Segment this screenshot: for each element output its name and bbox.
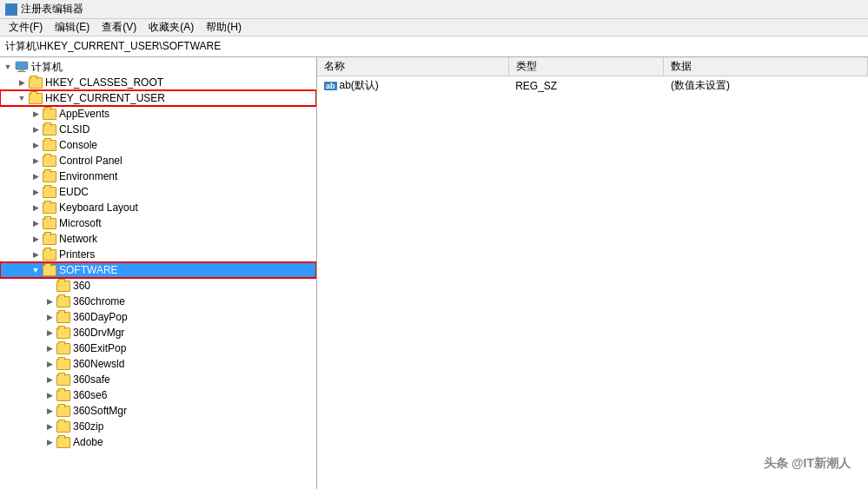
folder-360daypop-icon [56,312,70,323]
menu-help[interactable]: 帮助(H) [201,19,247,36]
folder-360drvmgr-icon [56,327,70,339]
expand-360zip-icon: ▶ [43,420,56,433]
table-header-row: 名称 类型 数据 [317,57,868,76]
tree-item-360softmgr[interactable]: ▶ 360SoftMgr [0,403,316,419]
folder-360se6-icon [56,390,70,401]
expand-360newsld-icon: ▶ [43,358,56,370]
folder-microsoft-icon [43,218,56,229]
tree-item-360[interactable]: 360 [0,278,316,294]
tree-root-computer[interactable]: ▼ 计算机 [0,59,316,75]
tree-label-printers: Printers [59,248,95,261]
cell-name: ab ab(默认) [317,76,508,96]
expand-360exitpop-icon: ▶ [43,342,56,354]
folder-current-user-icon [29,93,43,104]
cell-data: (数值未设置) [664,76,868,96]
tree-label-microsoft: Microsoft [59,217,102,229]
tree-item-hkey-classes-root[interactable]: ▶ HKEY_CLASSES_ROOT [0,75,316,90]
expand-software-icon: ▼ [30,264,42,276]
table-row[interactable]: ab ab(默认) REG_SZ (数值未设置) [317,76,868,96]
tree-label-clsid: CLSID [59,123,89,135]
tree-label-360safe: 360safe [73,373,110,386]
tree-item-clsid[interactable]: ▶ CLSID [0,122,316,137]
folder-360newsld-icon [56,359,70,370]
tree-item-software[interactable]: ▼ SOFTWARE [0,262,316,278]
col-header-data: 数据 [664,57,868,76]
svg-rect-0 [16,62,28,69]
tree-label-appevents: AppEvents [59,108,109,120]
tree-label-console: Console [59,139,97,151]
tree-item-360daypop[interactable]: ▶ 360DayPop [0,309,316,325]
tree-item-360chrome[interactable]: ▶ 360chrome [0,294,316,309]
folder-eudc-icon [43,187,56,198]
expand-environment-icon: ▶ [30,170,42,182]
menu-file[interactable]: 文件(F) [3,19,48,36]
folder-network-icon [43,234,56,245]
tree-item-hkey-current-user[interactable]: ▼ HKEY_CURRENT_USER [0,90,316,106]
folder-360exitpop-icon [56,343,70,354]
tree-label-network: Network [59,233,97,245]
tree-item-environment[interactable]: ▶ Environment [0,169,316,184]
computer-icon [15,61,29,73]
folder-360chrome-icon [56,296,70,307]
folder-adobe-icon [56,437,70,448]
svg-rect-2 [17,71,26,72]
expand-microsoft-icon: ▶ [30,217,42,229]
tree-label-360exitpop: 360ExitPop [73,342,126,354]
expand-controlpanel-icon: ▶ [30,155,42,167]
tree-item-360se6[interactable]: ▶ 360se6 [0,387,316,403]
tree-label-360chrome: 360chrome [73,295,125,307]
tree-item-microsoft[interactable]: ▶ Microsoft [0,215,316,231]
menu-favorites[interactable]: 收藏夹(A) [143,19,199,36]
expand-appevents-icon: ▶ [30,108,42,120]
tree-item-adobe[interactable]: ▶ Adobe [0,434,316,450]
folder-360-icon [56,281,70,292]
tree-item-appevents[interactable]: ▶ AppEvents [0,106,316,122]
folder-appevents-icon [43,109,56,120]
tree-item-360exitpop[interactable]: ▶ 360ExitPop [0,340,316,356]
tree-item-keyboard-layout[interactable]: ▶ Keyboard Layout [0,200,316,215]
tree-label-environment: Environment [59,170,117,182]
expand-classes-icon: ▶ [16,76,28,89]
folder-360safe-icon [56,374,70,386]
expand-printers-icon: ▶ [30,248,42,261]
tree-label-classes: HKEY_CLASSES_ROOT [45,76,163,89]
tree-label-adobe: Adobe [73,436,103,448]
expand-360drvmgr-icon: ▶ [43,327,56,339]
folder-classes-icon [29,77,43,89]
tree-panel[interactable]: ▼ 计算机 ▶ HKEY_CLASSES_ROOT ▼ HKEY_CURRENT… [0,57,317,489]
tree-label-360zip: 360zip [73,420,103,433]
expand-adobe-icon: ▶ [43,436,56,448]
window-title: 注册表编辑器 [21,2,83,17]
svg-rect-1 [19,69,24,71]
right-panel: 名称 类型 数据 ab ab(默认) REG_SZ (数值未设置) [317,57,868,489]
folder-environment-icon [43,171,56,182]
tree-label-360daypop: 360DayPop [73,311,128,323]
expand-360se6-icon: ▶ [43,389,56,401]
tree-item-360safe[interactable]: ▶ 360safe [0,372,316,387]
tree-item-360drvmgr[interactable]: ▶ 360DrvMgr [0,325,316,340]
expand-network-icon: ▶ [30,233,42,245]
folder-360softmgr-icon [56,406,70,417]
tree-item-console[interactable]: ▶ Console [0,137,316,153]
tree-label-eudc: EUDC [59,186,89,198]
col-header-name: 名称 [317,57,508,76]
folder-clsid-icon [43,124,56,135]
registry-table: 名称 类型 数据 ab ab(默认) REG_SZ (数值未设置) [317,57,868,95]
tree-label-360: 360 [73,280,90,292]
expand-360safe-icon: ▶ [43,373,56,386]
tree-item-network[interactable]: ▶ Network [0,231,316,247]
menu-edit[interactable]: 编辑(E) [50,19,95,36]
tree-item-360zip[interactable]: ▶ 360zip [0,419,316,434]
expand-computer-icon: ▼ [2,61,14,73]
cell-type: REG_SZ [508,76,664,96]
tree-item-control-panel[interactable]: ▶ Control Panel [0,153,316,169]
tree-item-eudc[interactable]: ▶ EUDC [0,184,316,200]
tree-label-360softmgr: 360SoftMgr [73,405,127,417]
tree-root-label: 计算机 [31,60,63,75]
expand-console-icon: ▶ [30,139,42,151]
expand-360daypop-icon: ▶ [43,311,56,323]
reg-value-icon: ab ab(默认) [324,78,379,93]
tree-item-printers[interactable]: ▶ Printers [0,247,316,262]
tree-item-360newsld[interactable]: ▶ 360Newsld [0,356,316,372]
menu-view[interactable]: 查看(V) [96,19,142,36]
